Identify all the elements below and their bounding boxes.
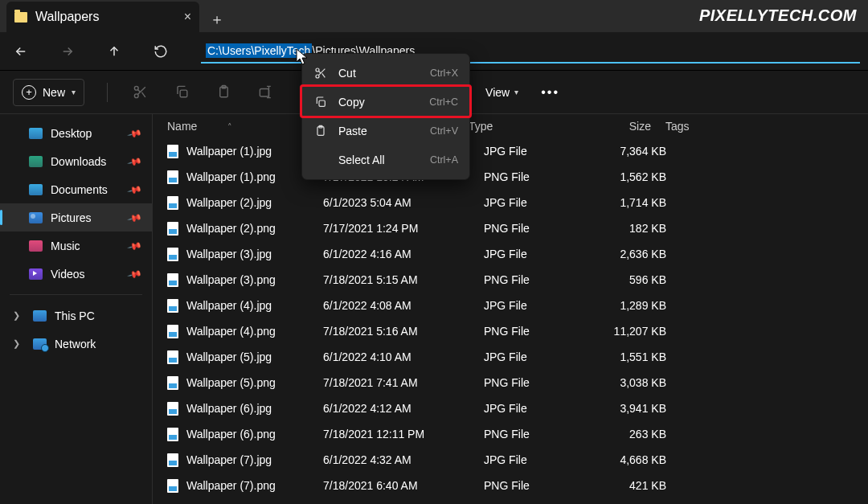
file-icon	[167, 453, 178, 467]
sidebar-item-this-pc[interactable]: ❯This PC	[0, 301, 152, 330]
file-icon	[167, 350, 178, 364]
pin-icon[interactable]: 📌	[127, 154, 143, 170]
refresh-icon[interactable]	[148, 39, 174, 64]
svg-rect-2	[180, 90, 187, 97]
file-type: JPG File	[484, 453, 600, 466]
forward-icon[interactable]	[55, 39, 80, 64]
back-icon[interactable]	[8, 39, 34, 64]
file-size: 2,636 KB	[600, 248, 681, 260]
sidebar-item-pictures[interactable]: Pictures📌	[0, 203, 152, 232]
view-dropdown[interactable]: View ▾	[485, 86, 518, 99]
file-row[interactable]: Wallpaper (7).png7/18/2021 6:40 AMPNG Fi…	[153, 473, 868, 498]
file-date: 6/1/2023 5:04 AM	[323, 196, 484, 209]
file-date: 7/18/2021 5:15 AM	[323, 273, 484, 286]
chevron-right-icon[interactable]: ❯	[13, 338, 20, 349]
file-row[interactable]: Wallpaper (7).jpg6/1/2022 4:32 AMJPG Fil…	[153, 447, 868, 473]
file-type: JPG File	[484, 299, 600, 312]
new-button[interactable]: + New ▾	[13, 79, 84, 106]
file-list: Name˄ Date modified Type Size Tags Wallp…	[153, 114, 868, 504]
close-tab-icon[interactable]: ×	[184, 10, 191, 24]
up-icon[interactable]	[101, 39, 127, 64]
pin-icon[interactable]: 📌	[127, 125, 143, 141]
file-name: Wallpaper (4).png	[186, 325, 323, 338]
file-row[interactable]: Wallpaper (3).jpg6/1/2022 4:16 AMJPG Fil…	[153, 241, 868, 267]
context-menu: CutCtrl+XCopyCtrl+CPasteCtrl+VSelect All…	[301, 53, 470, 180]
sidebar-item-videos[interactable]: Videos📌	[0, 260, 152, 288]
sidebar-item-documents[interactable]: Documents📌	[0, 175, 152, 203]
paste-icon[interactable]	[214, 83, 233, 102]
file-row[interactable]: Wallpaper (6).png7/18/2021 12:11 PMPNG F…	[153, 421, 868, 447]
file-name: Wallpaper (7).jpg	[186, 453, 323, 466]
file-row[interactable]: Wallpaper (3).png7/18/2021 5:15 AMPNG Fi…	[153, 267, 868, 293]
sidebar-separator	[10, 294, 142, 295]
column-headers[interactable]: Name˄ Date modified Type Size Tags	[153, 114, 868, 138]
paste-icon	[313, 125, 327, 138]
address-selected: C:\Users\PixellyTech	[206, 43, 312, 58]
rename-icon[interactable]	[256, 83, 275, 102]
file-icon	[167, 479, 178, 493]
col-name[interactable]: Name˄	[167, 120, 308, 133]
file-type: PNG File	[484, 170, 600, 183]
file-size: 1,562 KB	[600, 170, 681, 183]
file-name: Wallpaper (2).png	[186, 222, 323, 235]
col-size[interactable]: Size	[585, 120, 665, 133]
file-size: 182 KB	[600, 222, 681, 235]
file-type: PNG File	[484, 325, 600, 338]
file-icon	[167, 376, 178, 390]
sidebar-item-downloads[interactable]: Downloads📌	[0, 147, 152, 175]
file-icon	[167, 145, 178, 158]
file-type: PNG File	[484, 222, 600, 235]
file-size: 3,038 KB	[600, 376, 681, 389]
file-row[interactable]: Wallpaper (1).jpgJPG File7,364 KB	[153, 138, 868, 164]
sidebar-item-music[interactable]: Music📌	[0, 232, 152, 260]
file-row[interactable]: Wallpaper (5).png7/18/2021 7:41 AMPNG Fi…	[153, 370, 868, 395]
file-size: 1,714 KB	[600, 196, 681, 209]
file-type: JPG File	[484, 196, 600, 209]
ctx-cut[interactable]: CutCtrl+X	[302, 59, 469, 88]
pin-icon[interactable]: 📌	[127, 266, 143, 282]
pin-icon[interactable]: 📌	[127, 210, 143, 226]
sidebar-item-network[interactable]: ❯Network	[0, 330, 152, 358]
file-icon	[167, 402, 178, 416]
sidebar-item-label: This PC	[55, 309, 95, 322]
file-date: 7/18/2021 5:16 AM	[323, 325, 484, 338]
sidebar-item-label: Desktop	[51, 127, 92, 140]
ctx-select-all[interactable]: Select AllCtrl+A	[302, 145, 469, 174]
file-date: 6/1/2022 4:12 AM	[323, 402, 484, 415]
ctx-copy[interactable]: CopyCtrl+C	[302, 88, 469, 117]
pin-icon[interactable]: 📌	[127, 182, 143, 198]
sidebar-item-label: Music	[51, 240, 80, 252]
tab-wallpapers[interactable]: Wallpapers ×	[6, 2, 199, 32]
col-type[interactable]: Type	[469, 120, 585, 133]
file-type: JPG File	[484, 402, 600, 415]
sidebar-item-label: Downloads	[51, 155, 106, 168]
sidebar-item-label: Pictures	[51, 211, 92, 224]
more-button[interactable]: •••	[541, 85, 559, 100]
chevron-right-icon[interactable]: ❯	[13, 310, 20, 321]
sidebar-item-desktop[interactable]: Desktop📌	[0, 119, 152, 147]
copy-icon[interactable]	[172, 83, 191, 102]
file-date: 6/1/2022 4:10 AM	[323, 350, 484, 363]
file-row[interactable]: Wallpaper (4).png7/18/2021 5:16 AMPNG Fi…	[153, 318, 868, 344]
watermark: PIXELLYTECH.COM	[699, 6, 857, 25]
file-row[interactable]: Wallpaper (5).jpg6/1/2022 4:10 AMJPG Fil…	[153, 344, 868, 370]
new-tab-button[interactable]: ＋	[204, 6, 230, 32]
ctx-paste[interactable]: PasteCtrl+V	[302, 117, 469, 145]
file-date: 6/1/2022 4:08 AM	[323, 299, 484, 312]
col-tags[interactable]: Tags	[665, 120, 868, 133]
address-bar[interactable]: C:\Users\PixellyTech\Pictures\Wallpapers	[201, 39, 860, 64]
file-row[interactable]: Wallpaper (6).jpg6/1/2022 4:12 AMJPG Fil…	[153, 395, 868, 421]
cut-icon	[313, 67, 327, 80]
file-name: Wallpaper (5).jpg	[186, 350, 323, 363]
file-row[interactable]: Wallpaper (1).png7/17/2021 10:24 AMPNG F…	[153, 164, 868, 190]
ctx-shortcut: Ctrl+V	[430, 125, 458, 137]
pc-icon	[33, 310, 47, 322]
file-name: Wallpaper (2).jpg	[186, 196, 323, 209]
cut-icon[interactable]	[130, 83, 149, 102]
pin-icon[interactable]: 📌	[127, 238, 143, 254]
file-row[interactable]: Wallpaper (4).jpg6/1/2022 4:08 AMJPG Fil…	[153, 293, 868, 318]
file-row[interactable]: Wallpaper (2).png7/17/2021 1:24 PMPNG Fi…	[153, 215, 868, 241]
svg-point-7	[316, 75, 319, 78]
file-type: PNG File	[484, 376, 600, 389]
file-row[interactable]: Wallpaper (2).jpg6/1/2023 5:04 AMJPG Fil…	[153, 190, 868, 215]
